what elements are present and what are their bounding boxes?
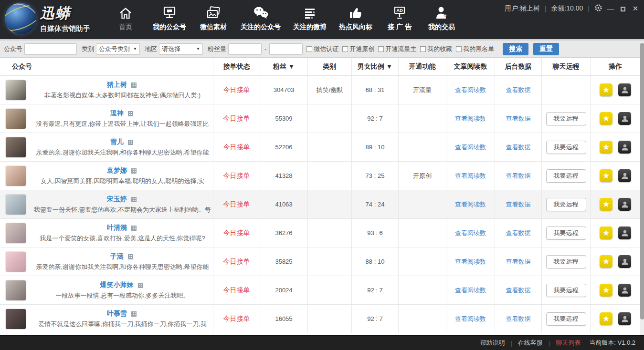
- view-reads-link[interactable]: 查看阅读数: [455, 257, 486, 266]
- account-name-link[interactable]: 雪儿: [110, 138, 124, 146]
- account-name-link[interactable]: 子涵: [110, 252, 124, 261]
- avatar[interactable]: [6, 195, 26, 215]
- online-support-link[interactable]: 在线客服: [518, 339, 543, 347]
- view-reads-link[interactable]: 查看阅读数: [455, 114, 486, 123]
- settings-gear-icon[interactable]: [594, 4, 602, 13]
- view-reads-link[interactable]: 查看阅读数: [455, 172, 486, 180]
- view-data-link[interactable]: 查看数据: [506, 143, 531, 152]
- remote-button[interactable]: 我要远程: [546, 255, 586, 268]
- view-data-link[interactable]: 查看数据: [506, 86, 531, 94]
- fans-min-input[interactable]: [228, 43, 262, 55]
- search-button[interactable]: 搜索: [503, 43, 528, 55]
- view-reads-link[interactable]: 查看阅读数: [455, 86, 486, 94]
- nav-item-my-accounts[interactable]: 我的公众号: [153, 5, 186, 31]
- account-name-link[interactable]: 宋玉婷: [107, 195, 127, 204]
- view-reads-link[interactable]: 查看阅读数: [455, 229, 486, 237]
- view-data-link[interactable]: 查看数据: [506, 172, 531, 180]
- favorite-star-button[interactable]: ★: [600, 169, 612, 182]
- qr-code-icon[interactable]: [128, 254, 133, 259]
- account-filter-input[interactable]: [24, 43, 77, 55]
- nav-item-wechat-material[interactable]: 微信素材: [199, 5, 228, 31]
- checkbox-original-enabled[interactable]: 开通原创: [342, 45, 374, 53]
- view-reads-link[interactable]: 查看阅读数: [455, 143, 486, 152]
- qr-code-icon[interactable]: [131, 82, 137, 88]
- checkbox-traffic-enabled[interactable]: 开通流量主: [378, 45, 416, 53]
- contact-person-button[interactable]: [618, 112, 631, 125]
- close-button[interactable]: ✕: [632, 4, 639, 13]
- contact-person-button[interactable]: [618, 141, 631, 154]
- contact-person-button[interactable]: [618, 255, 631, 268]
- favorite-star-button[interactable]: ★: [600, 284, 612, 297]
- view-data-link[interactable]: 查看数据: [506, 114, 531, 123]
- avatar[interactable]: [6, 252, 26, 272]
- remote-button[interactable]: 我要远程: [546, 226, 586, 240]
- view-data-link[interactable]: 查看数据: [506, 229, 531, 237]
- avatar[interactable]: [6, 280, 26, 300]
- contact-person-button[interactable]: [618, 226, 631, 239]
- header-gender-ratio-sort[interactable]: 男女比例 ▼: [352, 58, 399, 75]
- contact-person-button[interactable]: [618, 83, 631, 96]
- remote-button[interactable]: 我要远程: [546, 169, 586, 183]
- favorite-star-button[interactable]: ★: [600, 255, 612, 268]
- account-name-link[interactable]: 叶慕雪: [107, 309, 127, 318]
- favorite-star-button[interactable]: ★: [600, 198, 612, 211]
- remote-button[interactable]: 我要远程: [546, 141, 586, 154]
- avatar[interactable]: [6, 109, 26, 129]
- view-reads-link[interactable]: 查看阅读数: [455, 315, 486, 323]
- maximize-button[interactable]: [619, 5, 627, 13]
- favorite-star-button[interactable]: ★: [600, 141, 612, 154]
- qr-code-icon[interactable]: [131, 168, 137, 174]
- reset-button[interactable]: 重置: [533, 43, 559, 55]
- avatar[interactable]: [6, 166, 26, 186]
- help-link[interactable]: 帮助说明: [480, 339, 505, 347]
- qr-code-icon[interactable]: [128, 111, 133, 116]
- account-name-link[interactable]: 爆笑小师妹: [100, 281, 134, 289]
- avatar[interactable]: [6, 223, 26, 243]
- view-data-link[interactable]: 查看数据: [506, 257, 531, 266]
- nav-item-followed-accounts[interactable]: 关注的公众号: [241, 5, 281, 31]
- remote-button[interactable]: 我要远程: [546, 112, 586, 125]
- favorite-star-button[interactable]: ★: [600, 226, 612, 239]
- region-select[interactable]: 请选择 ▼: [159, 43, 203, 55]
- account-name-link[interactable]: 猪上树: [107, 81, 127, 89]
- category-select[interactable]: 公众号类别 ▼: [96, 43, 140, 55]
- nav-item-take-ads[interactable]: AD 接 广 告: [385, 5, 414, 31]
- qr-code-icon[interactable]: [131, 311, 137, 317]
- header-fans-sort[interactable]: 粉丝 ▼: [260, 58, 308, 75]
- avatar[interactable]: [6, 309, 26, 329]
- minimize-button[interactable]: —: [607, 5, 614, 13]
- remote-button[interactable]: 我要远程: [546, 198, 586, 211]
- view-reads-link[interactable]: 查看阅读数: [455, 200, 486, 209]
- chat-list-link[interactable]: 聊天列表: [556, 339, 581, 347]
- qr-code-icon[interactable]: [128, 140, 133, 145]
- qr-code-icon[interactable]: [131, 197, 137, 202]
- nav-item-home[interactable]: 首页: [111, 5, 140, 31]
- scrollbar-thumb[interactable]: [640, 43, 644, 319]
- checkbox-my-favorites[interactable]: 我的收藏: [420, 45, 452, 53]
- view-data-link[interactable]: 查看数据: [506, 200, 531, 209]
- nav-item-hot-trends[interactable]: 热点风向标: [339, 5, 372, 31]
- view-data-link[interactable]: 查看数据: [506, 286, 531, 295]
- favorite-star-button[interactable]: ★: [600, 312, 612, 325]
- account-name-link[interactable]: 逗神: [110, 109, 124, 118]
- checkbox-wechat-verified[interactable]: 微信认证: [306, 45, 338, 53]
- contact-person-button[interactable]: [618, 312, 631, 325]
- qr-code-icon[interactable]: [131, 226, 137, 231]
- nav-item-followed-weibo[interactable]: 关注的微博: [293, 5, 327, 31]
- contact-person-button[interactable]: [618, 284, 631, 297]
- contact-person-button[interactable]: [618, 198, 631, 211]
- contact-person-button[interactable]: [618, 169, 631, 182]
- favorite-star-button[interactable]: ★: [600, 83, 612, 96]
- account-name-link[interactable]: 袁梦娜: [107, 166, 127, 175]
- remote-button[interactable]: 我要远程: [546, 284, 586, 297]
- checkbox-my-blacklist[interactable]: 我的黑名单: [456, 45, 494, 53]
- account-name-link[interactable]: 叶清漪: [107, 224, 127, 232]
- remote-button[interactable]: 我要远程: [546, 312, 586, 326]
- qr-code-icon[interactable]: [138, 283, 143, 288]
- view-reads-link[interactable]: 查看阅读数: [455, 286, 486, 295]
- avatar[interactable]: [6, 80, 26, 100]
- avatar[interactable]: [6, 137, 26, 157]
- favorite-star-button[interactable]: ★: [600, 112, 612, 125]
- view-data-link[interactable]: 查看数据: [506, 315, 531, 323]
- nav-item-my-trades[interactable]: 我的交易: [427, 5, 456, 31]
